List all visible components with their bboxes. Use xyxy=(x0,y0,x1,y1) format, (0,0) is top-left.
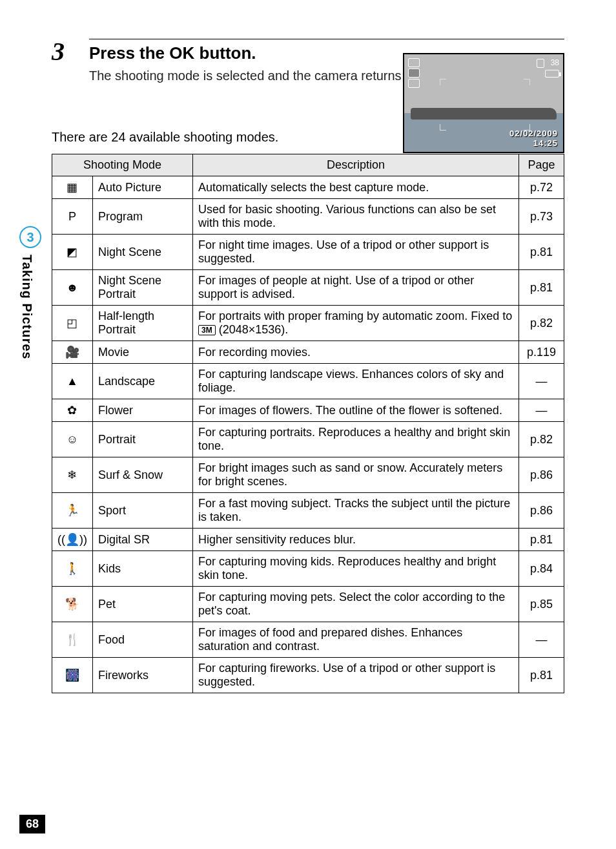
auto-pict-icon: ▦ xyxy=(52,176,93,199)
preview-date: 02/02/2009 xyxy=(509,129,558,138)
mode-page-ref: p.81 xyxy=(519,270,564,306)
mode-description: For portraits with proper framing by aut… xyxy=(192,306,518,341)
mode-description: For capturing landscape views. Enhances … xyxy=(192,364,518,399)
mode-description: For images of food and prepared dishes. … xyxy=(192,622,518,658)
flower-icon: ✿ xyxy=(52,399,93,422)
mode-page-ref: p.86 xyxy=(519,493,564,529)
digital-sr-icon: ((👤)) xyxy=(52,529,93,551)
table-row: ((👤))Digital SRHigher sensitivity reduce… xyxy=(52,529,564,551)
mode-page-ref: p.81 xyxy=(519,658,564,693)
mode-page-ref: p.82 xyxy=(519,306,564,341)
pet-icon: 🐕 xyxy=(52,587,93,622)
mode-description: Higher sensitivity reduces blur. xyxy=(192,529,518,551)
table-row: ✿FlowerFor images of flowers. The outlin… xyxy=(52,399,564,422)
table-row: ☺PortraitFor capturing portraits. Reprod… xyxy=(52,422,564,457)
mode-description: For bright images such as sand or snow. … xyxy=(192,457,518,493)
step-title-post: button. xyxy=(194,43,256,63)
step-title-pre: Press the xyxy=(89,43,169,63)
landscape-icon: ▲ xyxy=(52,364,93,399)
mode-description: For capturing portraits. Reproduces a he… xyxy=(192,422,518,457)
mode-description: For a fast moving subject. Tracks the su… xyxy=(192,493,518,529)
header-desc: Description xyxy=(192,154,518,176)
table-row: ▲LandscapeFor capturing landscape views.… xyxy=(52,364,564,399)
program-icon: P xyxy=(52,199,93,235)
mode-name: Half-length Portrait xyxy=(92,306,192,341)
mode-name: Auto Picture xyxy=(92,176,192,199)
table-row: ◰Half-length PortraitFor portraits with … xyxy=(52,306,564,341)
table-row: ❄Surf & SnowFor bright images such as sa… xyxy=(52,457,564,493)
battery-icon xyxy=(545,70,559,78)
mode-name: Program xyxy=(92,199,192,235)
mode-name: Fireworks xyxy=(92,658,192,693)
half-length-icon: ◰ xyxy=(52,306,93,341)
mode-name: Portrait xyxy=(92,422,192,457)
chapter-side-tab: 3 Taking Pictures xyxy=(19,226,41,359)
surf-snow-icon: ❄ xyxy=(52,457,93,493)
preview-time: 14:25 xyxy=(509,138,558,148)
header-mode: Shooting Mode xyxy=(52,154,193,176)
mode-icon-2 xyxy=(408,68,420,78)
desc-pre: For portraits with proper framing by aut… xyxy=(198,309,512,322)
face-detect-icon xyxy=(408,79,420,88)
mode-description: Used for basic shooting. Various functio… xyxy=(192,199,518,235)
table-row: 🚶KidsFor capturing moving kids. Reproduc… xyxy=(52,551,564,587)
mode-icon xyxy=(408,58,420,67)
shooting-modes-table: Shooting Mode Description Page ▦Auto Pic… xyxy=(52,154,564,693)
mode-page-ref: — xyxy=(519,399,564,422)
step-number: 3 xyxy=(52,39,77,65)
kids-icon: 🚶 xyxy=(52,551,93,587)
mode-name: Landscape xyxy=(92,364,192,399)
memory-icon xyxy=(537,59,544,68)
mode-page-ref: p.84 xyxy=(519,551,564,587)
mode-page-ref: p.73 xyxy=(519,199,564,235)
mode-description: For capturing fireworks. Use of a tripod… xyxy=(192,658,518,693)
table-row: 🍴FoodFor images of food and prepared dis… xyxy=(52,622,564,658)
resolution-badge: 3M xyxy=(198,325,216,335)
mode-description: For images of flowers. The outline of th… xyxy=(192,399,518,422)
table-row: 🐕PetFor capturing moving pets. Select th… xyxy=(52,587,564,622)
lcd-preview: 38 02/02/2009 14:25 xyxy=(403,53,564,153)
food-icon: 🍴 xyxy=(52,622,93,658)
ok-button-label: OK xyxy=(169,43,194,63)
mode-page-ref: p.82 xyxy=(519,422,564,457)
mode-page-ref: — xyxy=(519,364,564,399)
mode-page-ref: p.86 xyxy=(519,457,564,493)
mode-page-ref: p.72 xyxy=(519,176,564,199)
mode-page-ref: — xyxy=(519,622,564,658)
mode-description: For images of people at night. Use of a … xyxy=(192,270,518,306)
mode-name: Kids xyxy=(92,551,192,587)
night-portrait-icon: ☻ xyxy=(52,270,93,306)
mode-page-ref: p.81 xyxy=(519,529,564,551)
night-scene-icon: ◩ xyxy=(52,235,93,270)
header-page: Page xyxy=(519,154,564,176)
mode-page-ref: p.85 xyxy=(519,587,564,622)
mode-name: Night Scene Portrait xyxy=(92,270,192,306)
mode-description: For night time images. Use of a tripod o… xyxy=(192,235,518,270)
mode-description: For recording movies. xyxy=(192,341,518,364)
sport-icon: 🏃 xyxy=(52,493,93,529)
chapter-number-badge: 3 xyxy=(19,226,41,248)
mode-name: Flower xyxy=(92,399,192,422)
mode-page-ref: p.119 xyxy=(519,341,564,364)
mode-description: For capturing moving kids. Reproduces he… xyxy=(192,551,518,587)
portrait-icon: ☺ xyxy=(52,422,93,457)
table-row: ◩Night SceneFor night time images. Use o… xyxy=(52,235,564,270)
mode-name: Night Scene xyxy=(92,235,192,270)
mode-name: Pet xyxy=(92,587,192,622)
page-number: 68 xyxy=(19,815,45,833)
mode-description: Automatically selects the best capture m… xyxy=(192,176,518,199)
mode-page-ref: p.81 xyxy=(519,235,564,270)
mode-name: Digital SR xyxy=(92,529,192,551)
mode-name: Movie xyxy=(92,341,192,364)
table-row: PProgramUsed for basic shooting. Various… xyxy=(52,199,564,235)
mode-name: Food xyxy=(92,622,192,658)
mode-description: For capturing moving pets. Select the co… xyxy=(192,587,518,622)
fireworks-icon: 🎆 xyxy=(52,658,93,693)
table-row: ▦Auto PictureAutomatically selects the b… xyxy=(52,176,564,199)
desc-post: (2048×1536). xyxy=(216,323,289,336)
mode-name: Sport xyxy=(92,493,192,529)
table-row: 🎥MovieFor recording movies.p.119 xyxy=(52,341,564,364)
table-row: 🏃SportFor a fast moving subject. Tracks … xyxy=(52,493,564,529)
movie-icon: 🎥 xyxy=(52,341,93,364)
shots-remaining: 38 xyxy=(551,58,559,67)
